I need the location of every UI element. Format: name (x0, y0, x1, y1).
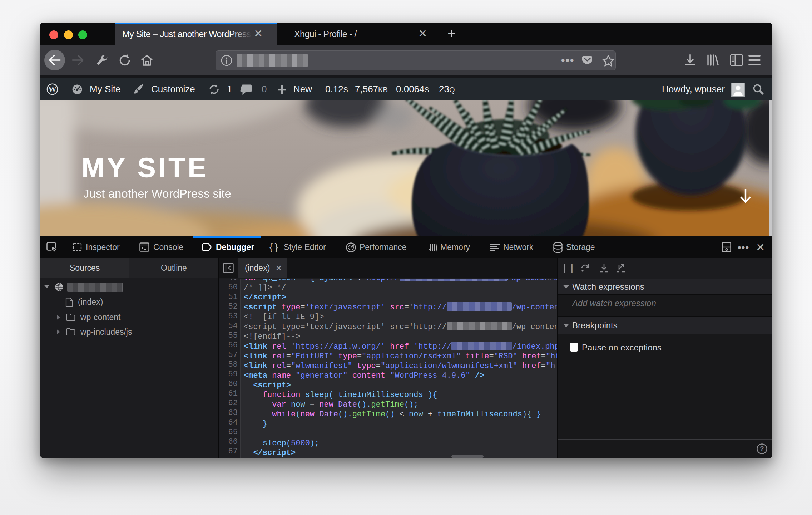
svg-text:?: ? (760, 445, 764, 452)
svg-text:W: W (48, 85, 56, 94)
